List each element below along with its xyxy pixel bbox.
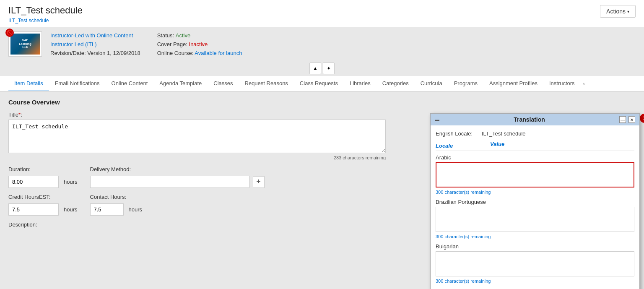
credit-input[interactable] bbox=[8, 203, 59, 216]
type-line1[interactable]: Instructor-Led with Online Content bbox=[50, 32, 133, 39]
duration-input[interactable] bbox=[8, 176, 59, 188]
english-locale-value: ILT_Test schedule bbox=[482, 130, 526, 137]
delivery-select[interactable] bbox=[90, 176, 249, 188]
delivery-add-button[interactable]: + bbox=[253, 176, 265, 188]
tab-email-notifications[interactable]: Email Notifications bbox=[49, 76, 106, 92]
tab-libraries[interactable]: Libraries bbox=[344, 76, 377, 92]
locale-textarea-bulgarian[interactable] bbox=[436, 251, 634, 276]
locale-label: Arabic bbox=[436, 154, 634, 161]
col-locale: Locale bbox=[436, 141, 490, 151]
cover-row: Cover Page: Inactive bbox=[157, 41, 242, 47]
delivery-label: Delivery Method: bbox=[90, 166, 265, 172]
tab-classes[interactable]: Classes bbox=[208, 76, 239, 92]
translation-row: Bulgarian300 character(s) remaining bbox=[436, 243, 634, 284]
locale-textarea-arabic[interactable] bbox=[436, 162, 634, 187]
translation-controls: — ✕ bbox=[619, 116, 635, 123]
actions-button[interactable]: Actions ▾ bbox=[600, 5, 636, 18]
collapse-button[interactable]: ▲ bbox=[309, 62, 321, 74]
english-locale-label: English Locale: bbox=[436, 130, 478, 137]
locale-label: Brazilian Portuguese bbox=[436, 199, 634, 205]
contact-label: Contact Hours: bbox=[90, 194, 143, 200]
tab-assignment-profiles[interactable]: Assignment Profiles bbox=[483, 76, 543, 92]
translation-row: Brazilian Portuguese300 character(s) rem… bbox=[436, 199, 634, 239]
section-title: Course Overview bbox=[8, 99, 636, 106]
translation-scroll[interactable]: Arabic2300 character(s) remainingBrazili… bbox=[436, 154, 634, 289]
page-title: ILT_Test schedule bbox=[8, 5, 83, 16]
duration-unit: hours bbox=[64, 179, 78, 185]
tab-curricula[interactable]: Curricula bbox=[415, 76, 448, 92]
nav-icons: ▲ ✦ bbox=[0, 62, 644, 74]
locale-textarea-brazilian-portuguese[interactable] bbox=[436, 207, 634, 232]
tab-request-reasons[interactable]: Request Reasons bbox=[239, 76, 294, 92]
type-line2[interactable]: Instructor Led (ITL) bbox=[50, 41, 97, 47]
page-header: ILT_Test schedule ILT_Test schedule Acti… bbox=[0, 0, 644, 27]
online-row: Online Course: Available for launch bbox=[157, 50, 242, 56]
translation-panel: ▬ Translation — ✕ English Locale: ILT_Te… bbox=[430, 113, 640, 289]
chevron-down-icon: ▾ bbox=[627, 9, 629, 14]
credit-unit: hours bbox=[64, 206, 78, 213]
locale-char-count: 300 character(s) remaining bbox=[436, 279, 634, 284]
translation-header: ▬ Translation — ✕ bbox=[431, 114, 639, 125]
locale-label: Bulgarian bbox=[436, 243, 634, 250]
translation-columns: Locale Value bbox=[436, 141, 634, 151]
revision: Revision/Date: Version 1, 12/09/2018 bbox=[50, 50, 140, 56]
tab-online-content[interactable]: Online Content bbox=[106, 76, 154, 92]
cover-value: Inactive bbox=[189, 41, 208, 47]
status-row: Status: Active bbox=[157, 32, 242, 39]
english-locale-row: English Locale: ILT_Test schedule bbox=[436, 130, 634, 137]
translation-title: Translation bbox=[514, 116, 545, 123]
breadcrumb[interactable]: ILT_Test schedule bbox=[8, 18, 83, 23]
panel-minimize-button[interactable]: — bbox=[619, 116, 626, 123]
online-value: Available for launch bbox=[195, 50, 242, 56]
tab-agenda-template[interactable]: Agenda Template bbox=[153, 76, 208, 92]
tab-programs[interactable]: Programs bbox=[448, 76, 483, 92]
duration-label: Duration: bbox=[8, 166, 78, 172]
contact-col: Contact Hours: hours bbox=[90, 194, 143, 216]
char-count: 283 characters remaining bbox=[8, 155, 386, 160]
locale-char-count: 300 character(s) remaining bbox=[436, 234, 634, 239]
contact-unit: hours bbox=[129, 206, 143, 213]
required-asterisk: * bbox=[18, 112, 21, 118]
credit-label: Credit HoursEST: bbox=[8, 194, 78, 200]
tab-categories[interactable]: Categories bbox=[377, 76, 415, 92]
tab-item-details[interactable]: Item Details bbox=[8, 76, 49, 92]
block-icon: 🚫 bbox=[5, 29, 14, 37]
tabs-bar: Item Details Email Notifications Online … bbox=[0, 76, 644, 92]
title-textarea[interactable]: <ILT_Test schedule bbox=[8, 120, 386, 153]
duration-col: Duration: hours bbox=[8, 166, 78, 188]
settings-button[interactable]: ✦ bbox=[323, 62, 335, 74]
delivery-col: Delivery Method: + bbox=[90, 166, 265, 188]
panel-close-button[interactable]: ✕ bbox=[628, 116, 635, 123]
translation-body: English Locale: ILT_Test schedule Locale… bbox=[431, 125, 639, 289]
info-details: Instructor-Led with Online Content Instr… bbox=[50, 32, 242, 56]
status-value: Active bbox=[176, 32, 190, 39]
course-logo: 🚫 SAPLearningHub bbox=[8, 31, 42, 57]
info-bar: 🚫 SAPLearningHub Instructor-Led with Onl… bbox=[0, 27, 644, 61]
col-value: Value bbox=[490, 141, 504, 151]
tabs-more[interactable]: › bbox=[581, 76, 587, 91]
credit-col: Credit HoursEST: hours bbox=[8, 194, 78, 216]
locale-char-count: 300 character(s) remaining bbox=[436, 190, 634, 195]
contact-input[interactable] bbox=[90, 203, 124, 216]
tab-class-requests[interactable]: Class Requests bbox=[294, 76, 344, 92]
step1-badge: 1 bbox=[640, 114, 644, 123]
translation-row: Arabic2300 character(s) remaining bbox=[436, 154, 634, 195]
tab-instructors[interactable]: Instructors bbox=[543, 76, 581, 92]
